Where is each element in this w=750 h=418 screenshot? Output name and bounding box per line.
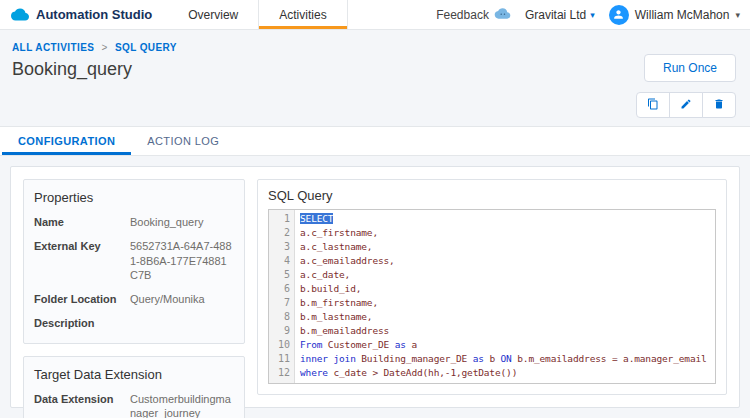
breadcrumb-sql-query[interactable]: SQL QUERY xyxy=(115,42,177,53)
trash-icon xyxy=(713,96,725,114)
top-tab-overview[interactable]: Overview xyxy=(168,0,258,29)
user-menu[interactable]: William McMahon ▾ xyxy=(609,5,740,25)
field-label: Description xyxy=(34,316,130,330)
sql-query-panel: SQL Query 123456789101112 SELECTa.c_firs… xyxy=(257,179,727,395)
code-line: SELECT xyxy=(300,212,715,226)
feedback-label: Feedback xyxy=(436,8,489,22)
gutter-line-number: 4 xyxy=(269,254,290,268)
brand: Automation Studio xyxy=(0,0,168,29)
field-value: 5652731A-64A7-4881-8B6A-177E74881C7B xyxy=(130,239,234,282)
field-row: Description xyxy=(34,316,234,330)
tab-action-log[interactable]: ACTION LOG xyxy=(131,127,235,155)
left-column: Properties NameBooking_queryExternal Key… xyxy=(23,179,245,395)
gutter-line-number: 10 xyxy=(269,338,290,352)
gutter-line-number: 7 xyxy=(269,296,290,310)
properties-fields: NameBooking_queryExternal Key5652731A-64… xyxy=(34,215,234,331)
field-value: Query/Mounika xyxy=(130,292,234,306)
copy-icon xyxy=(647,96,659,114)
code-line: a.c_date, xyxy=(300,268,715,282)
page-title: Booking_query xyxy=(12,59,738,80)
cloud-logo-icon xyxy=(10,7,30,22)
content-area: Properties NameBooking_queryExternal Key… xyxy=(0,156,750,418)
target-data-extension-fields: Data ExtensionCustomerbuildingmanager_jo… xyxy=(34,392,234,418)
field-value: Customerbuildingmanager_journey xyxy=(130,392,234,418)
code-line: a.c_firstname, xyxy=(300,226,715,240)
gutter-line-number: 12 xyxy=(269,366,290,380)
field-label: Name xyxy=(34,215,130,229)
code-line: b.build_id, xyxy=(300,282,715,296)
right-column: SQL Query 123456789101112 SELECTa.c_firs… xyxy=(257,179,727,395)
field-label: Folder Location xyxy=(34,292,130,306)
gutter-line-number: 8 xyxy=(269,310,290,324)
tab-configuration[interactable]: CONFIGURATION xyxy=(2,127,131,155)
app-root: Automation Studio Overview Activities Fe… xyxy=(0,0,750,418)
run-once-button[interactable]: Run Once xyxy=(644,54,736,82)
config-tab-bar: CONFIGURATION ACTION LOG xyxy=(0,126,750,156)
code-line: a.c_lastname, xyxy=(300,240,715,254)
code-line: a.c_emailaddress, xyxy=(300,254,715,268)
code-line: b.m_firstname, xyxy=(300,296,715,310)
top-bar: Automation Studio Overview Activities Fe… xyxy=(0,0,750,30)
target-data-extension-panel: Target Data Extension Data ExtensionCust… xyxy=(23,356,245,418)
code-line: From Customer_DE as a xyxy=(300,338,715,352)
user-caret-icon: ▾ xyxy=(735,10,740,20)
feedback-link[interactable]: Feedback xyxy=(436,7,511,23)
org-selector[interactable]: Gravitai Ltd ▾ xyxy=(525,8,595,22)
activity-actions xyxy=(636,92,736,118)
field-row: NameBooking_query xyxy=(34,215,234,229)
field-label: External Key xyxy=(34,239,130,282)
delete-button[interactable] xyxy=(702,92,736,118)
pencil-icon xyxy=(680,96,692,114)
field-row: External Key5652731A-64A7-4881-8B6A-177E… xyxy=(34,239,234,282)
sql-query-title: SQL Query xyxy=(268,188,716,203)
code-line: b.m_emailaddress xyxy=(300,324,715,338)
gutter-line-number: 5 xyxy=(269,268,290,282)
field-value xyxy=(130,316,234,330)
top-right-cluster: Feedback Gravitai Ltd ▾ William McMahon … xyxy=(436,0,750,29)
user-name: William McMahon xyxy=(635,8,730,22)
org-name: Gravitai Ltd xyxy=(525,8,586,22)
editor-code: SELECTa.c_firstname,a.c_lastname,a.c_ema… xyxy=(295,210,715,383)
breadcrumb-separator: > xyxy=(101,42,107,53)
target-data-extension-title: Target Data Extension xyxy=(34,367,234,382)
gutter-line-number: 2 xyxy=(269,226,290,240)
top-nav: Overview Activities xyxy=(168,0,347,29)
gutter-line-number: 3 xyxy=(269,240,290,254)
field-value: Booking_query xyxy=(130,215,234,229)
gutter-line-number: 6 xyxy=(269,282,290,296)
field-row: Data ExtensionCustomerbuildingmanager_jo… xyxy=(34,392,234,418)
editor-gutter: 123456789101112 xyxy=(269,210,295,383)
top-tab-activities[interactable]: Activities xyxy=(258,0,347,29)
configuration-card: Properties NameBooking_queryExternal Key… xyxy=(10,166,740,408)
breadcrumb: ALL ACTIVITIES > SQL QUERY xyxy=(12,42,738,53)
user-avatar xyxy=(609,5,629,25)
code-line: b.m_lastname, xyxy=(300,310,715,324)
properties-title: Properties xyxy=(34,190,234,205)
field-row: Folder LocationQuery/Mounika xyxy=(34,292,234,306)
sql-editor[interactable]: 123456789101112 SELECTa.c_firstname,a.c_… xyxy=(268,209,716,384)
properties-panel: Properties NameBooking_queryExternal Key… xyxy=(23,179,245,344)
gutter-line-number: 9 xyxy=(269,324,290,338)
code-line: where c_date > DateAdd(hh,-1,getDate()) xyxy=(300,366,715,380)
gutter-line-number: 11 xyxy=(269,352,290,366)
gutter-line-number: 1 xyxy=(269,212,290,226)
page-header: ALL ACTIVITIES > SQL QUERY Booking_query… xyxy=(0,30,750,126)
org-caret-icon: ▾ xyxy=(590,10,595,20)
code-line: inner join Building_manager_DE as b ON b… xyxy=(300,352,715,366)
breadcrumb-all-activities[interactable]: ALL ACTIVITIES xyxy=(12,42,94,53)
edit-button[interactable] xyxy=(669,92,703,118)
feedback-cloud-icon xyxy=(494,7,511,23)
copy-button[interactable] xyxy=(636,92,670,118)
field-label: Data Extension xyxy=(34,392,130,418)
app-title: Automation Studio xyxy=(36,7,152,22)
